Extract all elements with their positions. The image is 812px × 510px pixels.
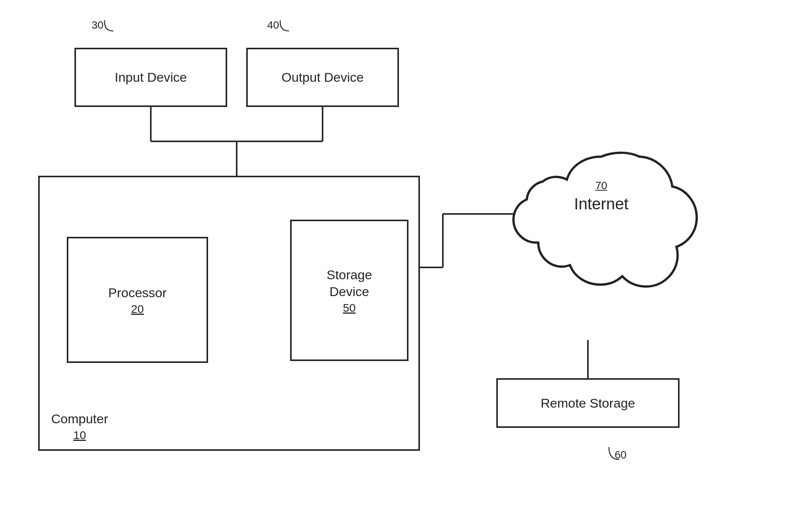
processor-box: Processor 20	[67, 237, 208, 363]
internet-ref: 70	[574, 180, 628, 192]
remote-storage-label: Remote Storage	[541, 396, 635, 411]
diagram: 30 40 Input Device Output Device Compute…	[0, 0, 812, 510]
internet-label: Internet	[574, 195, 628, 213]
ref-60-bracket	[607, 445, 620, 460]
processor-ref: 20	[131, 303, 144, 316]
computer-label: Computer	[51, 410, 108, 427]
cloud-svg	[500, 126, 702, 340]
storage-device-ref: 50	[343, 301, 355, 314]
ref-40-label: 40	[267, 19, 279, 31]
processor-label: Processor	[108, 284, 166, 301]
internet-cloud: 70 Internet	[500, 126, 702, 340]
computer-ref: 10	[73, 429, 86, 442]
remote-storage-box: Remote Storage	[496, 378, 680, 428]
input-device-label: Input Device	[115, 69, 187, 86]
input-device-box: Input Device	[74, 48, 227, 107]
output-device-box: Output Device	[246, 48, 399, 107]
ref-40-bracket	[278, 18, 290, 32]
storage-device-label: StorageDevice	[326, 266, 372, 300]
ref-30-label: 30	[92, 19, 103, 31]
output-device-label: Output Device	[281, 69, 363, 86]
storage-device-box: StorageDevice 50	[290, 220, 408, 361]
ref-30-bracket	[103, 18, 114, 32]
